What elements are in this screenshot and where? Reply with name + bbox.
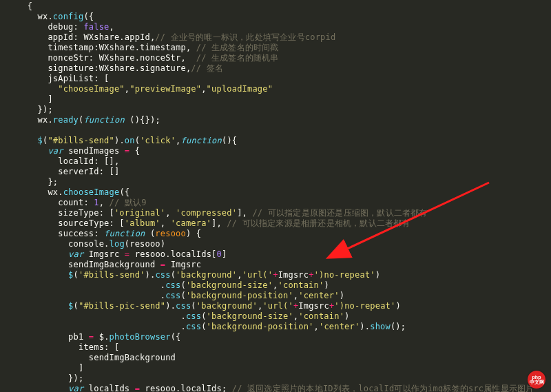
site-logo-badge: php 中文网	[528, 371, 545, 389]
code-editor: { wx.config({ debug: false, appId: WXsha…	[0, 0, 551, 392]
